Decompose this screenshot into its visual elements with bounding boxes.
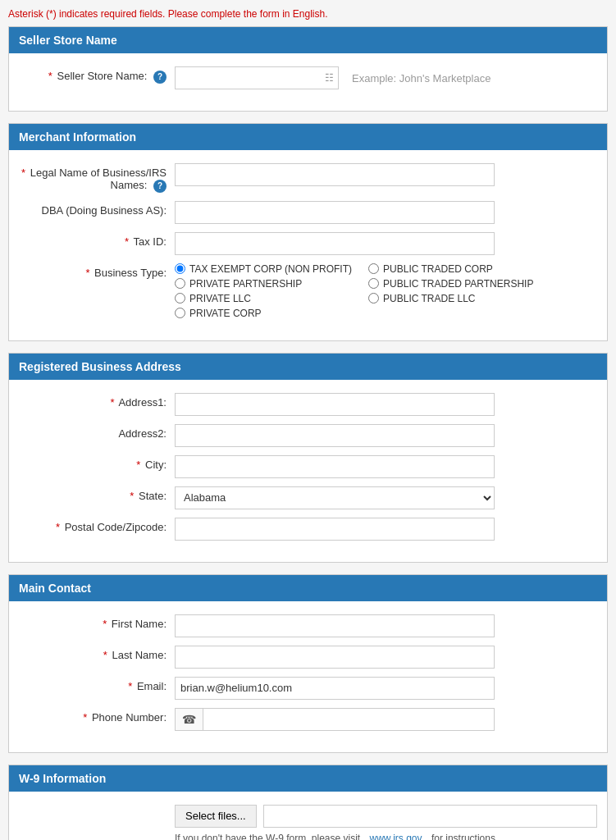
dba-label: DBA (Doing Business AS): — [19, 201, 175, 217]
state-label: * State: — [19, 486, 175, 502]
last-name-row: * Last Name: — [19, 646, 597, 669]
dba-input[interactable] — [175, 201, 495, 224]
select-files-button[interactable]: Select files... — [175, 805, 257, 828]
upload-controls: Select files... — [175, 805, 597, 828]
seller-store-input-wrapper: ☷ — [175, 66, 339, 89]
hint1: If you don't have the W-9 form, please v… — [175, 833, 597, 840]
state-select[interactable]: Alabama Alaska Arizona Arkansas Californ… — [175, 486, 495, 509]
address1-label: * Address1: — [19, 393, 175, 409]
radio-private-llc-input[interactable] — [175, 293, 185, 304]
tax-id-row: * Tax ID: — [19, 232, 597, 255]
irs-link[interactable]: www.irs.gov — [370, 833, 422, 840]
seller-store-section: Seller Store Name * Seller Store Name: ?… — [8, 26, 608, 112]
address2-row: Address2: — [19, 424, 597, 447]
city-row: * City: — [19, 455, 597, 478]
phone-row: * Phone Number: ☎ — [19, 708, 597, 731]
seller-store-label: * Seller Store Name: ? — [19, 66, 175, 84]
radio-private-corp[interactable]: PRIVATE CORP — [175, 308, 352, 319]
state-row: * State: Alabama Alaska Arizona Arkansas… — [19, 486, 597, 509]
seller-store-header: Seller Store Name — [9, 27, 607, 53]
merchant-section: Merchant Information * Legal Name of Bus… — [8, 123, 608, 341]
upload-drop-area — [263, 805, 597, 828]
address2-label: Address2: — [19, 424, 175, 440]
dba-row: DBA (Doing Business AS): — [19, 201, 597, 224]
seller-store-input[interactable] — [175, 66, 339, 89]
business-type-options: TAX EXEMPT CORP (NON PROFIT) PUBLIC TRAD… — [175, 263, 495, 319]
legal-name-label: * Legal Name of Business/IRS Names: ? — [19, 163, 175, 193]
seller-store-example: Example: John's Marketplace — [352, 72, 491, 84]
w9-section: W-9 Information * Upload W - 9 Form: Sel… — [8, 765, 608, 840]
first-name-input[interactable] — [175, 614, 495, 637]
radio-private-corp-input[interactable] — [175, 308, 185, 318]
email-input[interactable] — [175, 677, 495, 700]
radio-public-traded-corp-input[interactable] — [368, 263, 379, 274]
radio-private-partnership-input[interactable] — [175, 278, 185, 289]
radio-tax-exempt[interactable]: TAX EXEMPT CORP (NON PROFIT) — [175, 263, 352, 275]
radio-public-traded-partnership[interactable]: PUBLIC TRADED PARTNERSHIP — [368, 278, 533, 290]
city-input[interactable] — [175, 455, 495, 478]
address-section: Registered Business Address * Address1: … — [8, 353, 608, 563]
email-label: * Email: — [19, 677, 175, 692]
address1-row: * Address1: — [19, 393, 597, 416]
first-name-label: * First Name: — [19, 614, 175, 630]
radio-tax-exempt-input[interactable] — [175, 263, 185, 274]
form-notice: Asterisk (*) indicates required fields. … — [8, 8, 608, 20]
postal-input[interactable] — [175, 518, 495, 541]
legal-name-help-icon[interactable]: ? — [153, 180, 167, 193]
w9-header: W-9 Information — [9, 765, 607, 792]
legal-name-input[interactable] — [175, 163, 495, 186]
first-name-row: * First Name: — [19, 614, 597, 637]
seller-store-input-area: ☷ Example: John's Marketplace — [175, 66, 491, 89]
phone-label: * Phone Number: — [19, 708, 175, 724]
required-asterisk: * — [48, 70, 52, 82]
address-header: Registered Business Address — [9, 354, 607, 380]
last-name-label: * Last Name: — [19, 646, 175, 661]
radio-public-traded-partnership-input[interactable] — [368, 278, 379, 289]
radio-public-trade-llc[interactable]: PUBLIC TRADE LLC — [368, 293, 533, 304]
upload-hints: If you don't have the W-9 form, please v… — [175, 833, 597, 840]
phone-input[interactable] — [203, 709, 494, 730]
radio-public-trade-llc-input[interactable] — [368, 293, 379, 304]
city-label: * City: — [19, 455, 175, 471]
postal-row: * Postal Code/Zipcode: — [19, 518, 597, 541]
business-type-label: * Business Type: — [19, 263, 175, 279]
business-type-row: * Business Type: TAX EXEMPT CORP (NON PR… — [19, 263, 597, 319]
merchant-header: Merchant Information — [9, 124, 607, 150]
address2-input[interactable] — [175, 424, 495, 447]
phone-flag-icon: ☎ — [176, 709, 203, 730]
email-row: * Email: — [19, 677, 597, 700]
upload-area: Select files... If you don't have the W-… — [175, 805, 597, 840]
legal-name-row: * Legal Name of Business/IRS Names: ? — [19, 163, 597, 193]
postal-label: * Postal Code/Zipcode: — [19, 518, 175, 533]
upload-row: * Upload W - 9 Form: Select files... If … — [19, 805, 597, 840]
tax-id-input[interactable] — [175, 232, 495, 255]
radio-private-llc[interactable]: PRIVATE LLC — [175, 293, 352, 304]
seller-store-row: * Seller Store Name: ? ☷ Example: John's… — [19, 66, 597, 89]
radio-private-partnership[interactable]: PRIVATE PARTNERSHIP — [175, 278, 352, 290]
radio-public-traded-corp[interactable]: PUBLIC TRADED CORP — [368, 263, 533, 275]
contact-header: Main Contact — [9, 575, 607, 601]
contact-section: Main Contact * First Name: * Last Name: … — [8, 574, 608, 753]
phone-wrapper: ☎ — [175, 708, 495, 731]
tax-id-label: * Tax ID: — [19, 232, 175, 248]
last-name-input[interactable] — [175, 646, 495, 669]
seller-store-help-icon[interactable]: ? — [153, 71, 167, 84]
address1-input[interactable] — [175, 393, 495, 416]
